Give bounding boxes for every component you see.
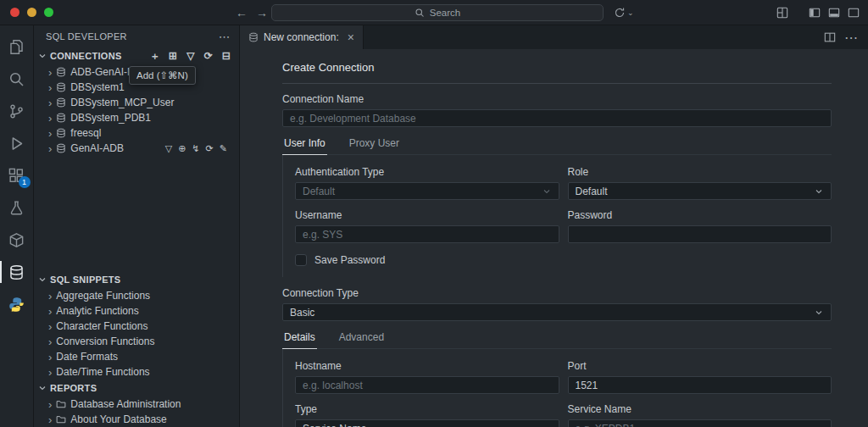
minimize-window-button[interactable] bbox=[27, 8, 36, 17]
snippet-item[interactable]: ›Analytic Functions bbox=[34, 303, 239, 319]
snippet-item[interactable]: ›Aggregate Functions bbox=[34, 288, 239, 303]
service-name-label: Service Name bbox=[568, 403, 832, 415]
chevron-right-icon: › bbox=[48, 352, 52, 363]
details-panel: Hostname Port Type Service Name bbox=[282, 349, 832, 427]
tab-user-info[interactable]: User Info bbox=[282, 137, 327, 154]
edit-pencil-icon[interactable]: ✎ bbox=[220, 143, 227, 154]
connection-label: freesql bbox=[70, 127, 101, 139]
connection-item[interactable]: › freesql bbox=[34, 125, 239, 141]
tab-new-connection[interactable]: New connection: × bbox=[240, 25, 364, 49]
connection-label: DBSystem_MCP_User bbox=[70, 97, 174, 108]
connections-section-header[interactable]: CONNECTIONS ＋ ⊞ ▽ ⟳ ⊟ bbox=[34, 47, 239, 64]
connection-label: DBSystem1 bbox=[70, 81, 124, 93]
snippet-label: Aggregate Functions bbox=[56, 290, 150, 302]
close-window-button[interactable] bbox=[10, 8, 19, 17]
collapse-all-icon[interactable]: ⊟ bbox=[220, 50, 232, 62]
close-tab-icon[interactable]: × bbox=[348, 30, 354, 44]
chevron-down-icon bbox=[814, 308, 824, 318]
chevron-right-icon: › bbox=[48, 97, 52, 108]
connect-icon[interactable]: ↯ bbox=[192, 143, 199, 154]
connection-label: GenAI-ADB bbox=[70, 142, 124, 154]
report-item[interactable]: › About Your Database bbox=[34, 412, 239, 427]
filter-icon[interactable]: ▽ bbox=[165, 143, 172, 154]
sidebar-more-actions-icon[interactable]: ⋯ bbox=[219, 30, 231, 43]
customize-layout-icon[interactable] bbox=[776, 7, 788, 19]
back-arrow-icon[interactable]: ← bbox=[236, 6, 248, 19]
explorer-icon[interactable] bbox=[0, 30, 34, 63]
forward-arrow-icon[interactable]: → bbox=[256, 6, 268, 19]
save-password-checkbox[interactable] bbox=[295, 254, 307, 266]
toggle-right-sidebar-icon[interactable] bbox=[848, 7, 860, 19]
package-view-icon[interactable] bbox=[0, 224, 34, 256]
chevron-right-icon: › bbox=[48, 67, 52, 78]
editor-more-actions-icon[interactable]: ⋯ bbox=[844, 30, 858, 46]
refresh-icon[interactable]: ⟳ bbox=[203, 50, 214, 62]
sidebar-title: SQL DEVELOPER bbox=[46, 31, 127, 42]
tab-advanced[interactable]: Advanced bbox=[337, 331, 386, 348]
port-input[interactable] bbox=[568, 376, 832, 394]
connection-type-select[interactable]: Basic bbox=[282, 303, 832, 321]
save-password-label: Save Password bbox=[314, 254, 385, 266]
connection-type-label: Connection Type bbox=[282, 287, 832, 299]
role-label: Role bbox=[568, 166, 832, 178]
tab-details[interactable]: Details bbox=[282, 331, 317, 348]
toggle-panel-icon[interactable] bbox=[828, 7, 840, 19]
password-input[interactable] bbox=[568, 225, 832, 243]
split-editor-icon[interactable] bbox=[824, 31, 836, 43]
vscode-window: ← → Search ⌄ bbox=[0, 0, 868, 427]
snippet-label: Conversion Functions bbox=[56, 336, 154, 347]
username-label: Username bbox=[295, 209, 559, 221]
testing-icon[interactable] bbox=[0, 191, 34, 224]
role-select[interactable]: Default bbox=[568, 182, 832, 200]
folder-icon bbox=[56, 399, 66, 409]
connection-name-input[interactable] bbox=[282, 109, 832, 127]
connection-item[interactable]: › GenAI-ADB ▽ ⊕ ↯ ⟳ ✎ bbox=[34, 141, 239, 156]
connection-item[interactable]: › DBSystem_MCP_User bbox=[34, 95, 239, 110]
command-search-box[interactable]: Search bbox=[271, 4, 604, 21]
tab-title: New connection: bbox=[264, 31, 339, 43]
tab-proxy-user[interactable]: Proxy User bbox=[348, 137, 401, 154]
sql-developer-view-icon[interactable] bbox=[0, 256, 34, 288]
extensions-icon[interactable]: 1 bbox=[0, 159, 34, 191]
chevron-right-icon: › bbox=[48, 336, 52, 347]
chevron-down-icon bbox=[542, 424, 552, 427]
username-input[interactable] bbox=[295, 225, 559, 243]
source-control-icon[interactable] bbox=[0, 95, 34, 127]
connection-item[interactable]: › DBSystem_PDB1 bbox=[34, 110, 239, 125]
service-name-input[interactable] bbox=[568, 419, 832, 427]
connection-type-value: Basic bbox=[290, 307, 314, 319]
hostname-input[interactable] bbox=[295, 376, 559, 394]
refresh-icon[interactable]: ⟳ bbox=[206, 143, 214, 154]
toggle-left-sidebar-icon[interactable] bbox=[809, 7, 821, 19]
create-connection-form: Create Connection Connection Name User I… bbox=[240, 49, 868, 427]
zoom-window-button[interactable] bbox=[44, 8, 53, 17]
chevron-down-icon bbox=[37, 274, 47, 285]
snippet-item[interactable]: ›Conversion Functions bbox=[34, 334, 239, 349]
type-select[interactable]: Service Name bbox=[295, 419, 559, 427]
run-debug-icon[interactable] bbox=[0, 127, 34, 159]
chevron-right-icon: › bbox=[48, 143, 52, 154]
add-connection-icon[interactable]: ＋ bbox=[149, 49, 161, 64]
search-view-icon[interactable] bbox=[0, 63, 34, 95]
import-connections-icon[interactable]: ⊞ bbox=[167, 50, 179, 62]
report-item[interactable]: › Database Administration bbox=[34, 396, 239, 412]
python-extension-icon[interactable] bbox=[0, 288, 34, 320]
sync-control[interactable]: ⌄ bbox=[614, 0, 634, 25]
snippets-section-header[interactable]: SQL SNIPPETS bbox=[34, 271, 239, 288]
snippet-label: Character Functions bbox=[56, 320, 147, 332]
filter-icon[interactable]: ▽ bbox=[185, 50, 197, 62]
snippet-item[interactable]: ›Date Formats bbox=[34, 349, 239, 364]
chevron-right-icon: › bbox=[48, 321, 52, 332]
auth-type-select[interactable]: Default bbox=[295, 182, 559, 200]
reports-section-header[interactable]: REPORTS bbox=[34, 380, 239, 396]
extensions-badge: 1 bbox=[19, 176, 31, 188]
add-database-icon[interactable]: ⊕ bbox=[178, 143, 186, 154]
snippet-item[interactable]: ›Character Functions bbox=[34, 319, 239, 334]
database-icon bbox=[56, 113, 66, 123]
chevron-down-icon: ⌄ bbox=[627, 8, 634, 17]
snippets-section-title: SQL SNIPPETS bbox=[50, 274, 120, 285]
search-placeholder: Search bbox=[430, 8, 460, 18]
snippet-item[interactable]: ›Date/Time Functions bbox=[34, 364, 239, 380]
chevron-right-icon: › bbox=[48, 414, 52, 425]
role-value: Default bbox=[576, 186, 608, 197]
